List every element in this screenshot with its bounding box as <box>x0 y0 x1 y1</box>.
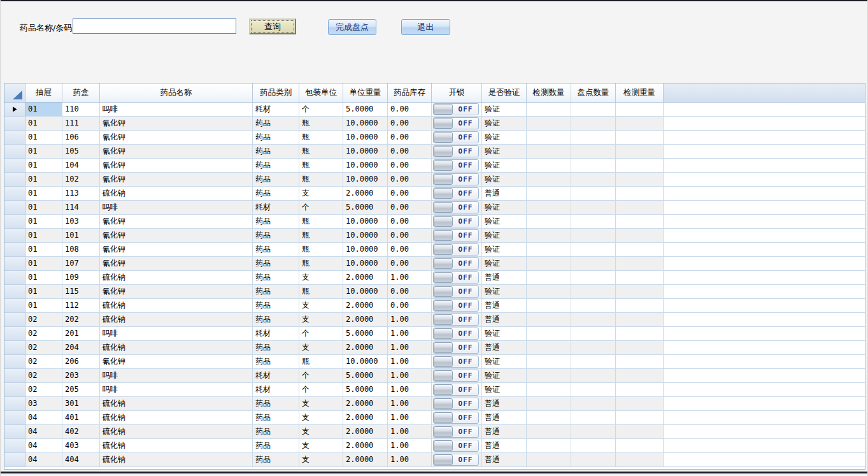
lock-toggle[interactable]: OFF <box>433 398 479 410</box>
cell-unit_weight[interactable]: 10.0000 <box>343 285 388 299</box>
cell-detect_qty[interactable] <box>527 159 571 173</box>
cell-drawer[interactable]: 04 <box>25 411 62 425</box>
cell-drawer[interactable]: 01 <box>25 215 62 229</box>
row-header[interactable] <box>4 229 25 243</box>
cell-count_qty[interactable] <box>571 299 616 313</box>
cell-category[interactable]: 耗材 <box>253 327 299 341</box>
cell-unit[interactable]: 瓶 <box>299 215 343 229</box>
cell-verify[interactable]: 普通 <box>482 425 527 439</box>
column-header-drug-name[interactable]: 药品名称 <box>100 83 253 103</box>
cell-category[interactable]: 药品 <box>253 355 299 369</box>
cell-detect_qty[interactable] <box>527 299 571 313</box>
cell-stock[interactable]: 1.00 <box>388 411 432 425</box>
cell-name[interactable]: 硫化钠 <box>100 411 253 425</box>
cell-unit_weight[interactable]: 2.0000 <box>343 439 388 453</box>
cell-name[interactable]: 氰化钾 <box>100 355 253 369</box>
lock-toggle[interactable]: OFF <box>433 173 479 185</box>
row-header[interactable] <box>4 313 25 327</box>
cell-unit[interactable]: 支 <box>299 341 343 355</box>
cell-unit[interactable]: 支 <box>299 299 343 313</box>
cell-box[interactable]: 402 <box>62 425 100 439</box>
cell-drawer[interactable]: 01 <box>25 117 62 131</box>
cell-name[interactable]: 吗啡 <box>100 369 253 383</box>
cell-lock[interactable]: OFF <box>432 103 482 117</box>
row-header[interactable] <box>4 397 25 411</box>
cell-count_qty[interactable] <box>571 453 616 467</box>
row-header[interactable] <box>4 453 25 467</box>
cell-unit[interactable]: 瓶 <box>299 257 343 271</box>
cell-drawer[interactable]: 02 <box>25 313 62 327</box>
row-header[interactable] <box>4 243 25 257</box>
row-header[interactable] <box>4 383 25 397</box>
cell-verify[interactable]: 验证 <box>482 355 527 369</box>
column-header-unlock[interactable]: 开锁 <box>432 83 482 103</box>
lock-toggle[interactable]: OFF <box>433 243 479 256</box>
cell-stock[interactable]: 0.00 <box>388 173 432 187</box>
cell-detect_qty[interactable] <box>527 215 571 229</box>
cell-box[interactable]: 111 <box>62 117 100 131</box>
cell-detect_qty[interactable] <box>527 173 571 187</box>
cell-stock[interactable]: 1.00 <box>388 341 432 355</box>
cell-count_qty[interactable] <box>571 355 616 369</box>
cell-unit_weight[interactable]: 2.0000 <box>343 453 388 467</box>
cell-detect_weight[interactable] <box>616 285 664 299</box>
row-header[interactable] <box>4 285 25 299</box>
cell-verify[interactable]: 普通 <box>482 187 527 201</box>
cell-lock[interactable]: OFF <box>432 117 482 131</box>
cell-category[interactable]: 药品 <box>253 411 299 425</box>
cell-stock[interactable]: 0.00 <box>388 257 432 271</box>
cell-verify[interactable]: 验证 <box>482 369 527 383</box>
cell-count_qty[interactable] <box>571 257 616 271</box>
cell-verify[interactable]: 验证 <box>482 383 527 397</box>
cell-detect_weight[interactable] <box>616 439 664 453</box>
cell-unit_weight[interactable]: 5.0000 <box>343 201 388 215</box>
cell-unit_weight[interactable]: 10.0000 <box>343 229 388 243</box>
row-header[interactable] <box>4 369 25 383</box>
cell-detect_qty[interactable] <box>527 243 571 257</box>
cell-unit_weight[interactable]: 2.0000 <box>343 271 388 285</box>
cell-detect_weight[interactable] <box>616 201 664 215</box>
cell-unit[interactable]: 瓶 <box>299 285 343 299</box>
cell-detect_qty[interactable] <box>527 327 571 341</box>
cell-lock[interactable]: OFF <box>432 201 482 215</box>
cell-drawer[interactable]: 02 <box>25 355 62 369</box>
cell-lock[interactable]: OFF <box>432 285 482 299</box>
cell-drawer[interactable]: 01 <box>25 173 62 187</box>
cell-detect_weight[interactable] <box>616 397 664 411</box>
cell-count_qty[interactable] <box>571 285 616 299</box>
cell-unit_weight[interactable]: 5.0000 <box>343 103 388 117</box>
cell-detect_weight[interactable] <box>616 173 664 187</box>
cell-category[interactable]: 药品 <box>253 173 299 187</box>
cell-drawer[interactable]: 01 <box>25 103 62 117</box>
cell-box[interactable]: 107 <box>62 257 100 271</box>
lock-toggle[interactable]: OFF <box>433 454 479 466</box>
cell-detect_weight[interactable] <box>616 159 664 173</box>
cell-name[interactable]: 硫化钠 <box>100 439 253 453</box>
exit-button[interactable]: 退出 <box>401 19 450 35</box>
cell-verify[interactable]: 普通 <box>482 271 527 285</box>
cell-count_qty[interactable] <box>571 313 616 327</box>
cell-detect_qty[interactable] <box>527 145 571 159</box>
cell-box[interactable]: 109 <box>62 271 100 285</box>
cell-unit_weight[interactable]: 2.0000 <box>343 187 388 201</box>
cell-box[interactable]: 201 <box>62 327 100 341</box>
cell-category[interactable]: 药品 <box>253 453 299 467</box>
cell-unit[interactable]: 瓶 <box>299 117 343 131</box>
cell-verify[interactable]: 普通 <box>482 313 527 327</box>
cell-stock[interactable]: 1.00 <box>388 439 432 453</box>
lock-toggle[interactable]: OFF <box>433 370 479 382</box>
cell-lock[interactable]: OFF <box>432 341 482 355</box>
cell-stock[interactable]: 0.00 <box>388 299 432 313</box>
cell-detect_weight[interactable] <box>616 355 664 369</box>
cell-unit[interactable]: 支 <box>299 425 343 439</box>
cell-box[interactable]: 206 <box>62 355 100 369</box>
cell-detect_qty[interactable] <box>527 341 571 355</box>
lock-toggle[interactable]: OFF <box>433 299 479 312</box>
cell-unit[interactable]: 瓶 <box>299 229 343 243</box>
cell-name[interactable]: 硫化钠 <box>100 425 253 439</box>
cell-detect_weight[interactable] <box>616 187 664 201</box>
cell-detect_weight[interactable] <box>616 271 664 285</box>
cell-box[interactable]: 301 <box>62 397 100 411</box>
cell-count_qty[interactable] <box>571 215 616 229</box>
cell-unit[interactable]: 瓶 <box>299 355 343 369</box>
